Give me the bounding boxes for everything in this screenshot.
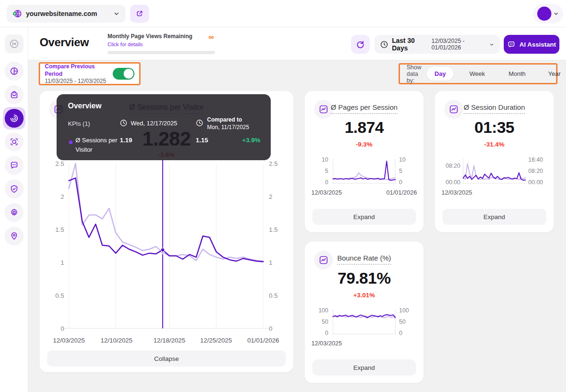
sessions-per-visitor-chart[interactable]: 2.52.5221.51.5110.50.500 (40, 157, 293, 335)
granularity-year[interactable]: Year (541, 67, 566, 81)
svg-text:1: 1 (269, 259, 273, 266)
y-tick: 0 (313, 330, 328, 336)
external-link-icon (135, 9, 144, 18)
top-bar: yourwebsitename.com (0, 0, 566, 27)
sidebar-item-session-recordings[interactable] (5, 132, 24, 151)
quota-title: Monthly Page Views Remaining (108, 33, 216, 40)
y-tick: 0 (399, 330, 402, 336)
card-title: Ø Session Duration (435, 103, 554, 112)
website-favicon-icon (12, 9, 22, 18)
ai-assistant-label: AI Assistant (519, 41, 556, 48)
session-duration-change: -31.4% (435, 141, 554, 148)
x-tick: 12/18/2025 (143, 337, 195, 344)
quota-block: Monthly Page Views Remaining Click for d… (108, 33, 216, 54)
compare-dates: 11/03/2025 - 12/03/2025 (45, 78, 108, 84)
tooltip-compared-label: Compared to (207, 116, 242, 123)
svg-text:2.5: 2.5 (269, 160, 278, 167)
tooltip-delta: +3.9% (242, 137, 260, 144)
chat-bubble-icon (9, 161, 19, 170)
bounce-rate-title[interactable]: Bounce Rate (%) (337, 254, 391, 265)
svg-text:0.5: 0.5 (269, 292, 278, 299)
shopping-bag-icon (9, 90, 19, 99)
chevron-down-icon (113, 10, 120, 17)
svg-text:2: 2 (60, 193, 64, 200)
sidebar-item-ecommerce[interactable] (5, 85, 24, 104)
x-tick: 12/10/2025 (91, 337, 142, 344)
compare-previous-period-control: Compare Previous Period 11/03/2025 - 12/… (39, 62, 141, 85)
y-tick: 00:00 (443, 179, 460, 186)
ai-chat-icon (507, 40, 516, 49)
svg-text:2: 2 (269, 193, 273, 200)
tooltip-kpis-label: KPIs (1) (68, 120, 90, 127)
compare-toggle[interactable] (113, 68, 134, 80)
expand-button[interactable]: Expand (312, 359, 416, 376)
sidebar-item-settings[interactable] (5, 203, 24, 222)
website-selector[interactable]: yourwebsitename.com (7, 5, 125, 23)
chart-tooltip: Overview KPIs (1) Wed, 12/17/2025 Compar… (57, 94, 271, 160)
y-tick: 0 (399, 179, 402, 186)
quota-details-link[interactable]: Click for details (108, 41, 143, 47)
sidebar-item-feedback[interactable] (5, 156, 24, 175)
bounce-rate-card: Bounce Rate (%) 79.81% +3.01% 100 50 0 1… (305, 242, 424, 383)
gear-icon (9, 208, 19, 217)
x-tick: 12/25/2025 (190, 337, 242, 344)
svg-text:2.5: 2.5 (55, 160, 64, 167)
svg-text:0.5: 0.5 (55, 292, 64, 299)
granularity-week[interactable]: Week (462, 67, 492, 81)
svg-text:1: 1 (60, 259, 64, 266)
y-tick: 10 (316, 156, 328, 163)
sidebar-nav (0, 27, 28, 392)
user-menu[interactable] (533, 4, 563, 24)
x-tick: 12/03/2025 (311, 189, 342, 196)
sidebar-item-dashboard[interactable] (5, 62, 24, 81)
refresh-button[interactable] (351, 35, 370, 54)
svg-text:0: 0 (60, 325, 64, 332)
granularity-month[interactable]: Month (501, 67, 533, 81)
pages-per-session-title[interactable]: Ø Pages per Session (331, 103, 398, 114)
show-data-by-control: Show data by: Day Week Month Year (399, 63, 558, 84)
bounce-rate-change: +3.01% (305, 292, 424, 299)
tooltip-previous-date: Mon, 11/17/2025 (207, 124, 249, 131)
collapse-button[interactable]: Collapse (47, 351, 286, 367)
chevron-down-icon (489, 42, 494, 47)
compare-label: Compare Previous Period (45, 63, 108, 78)
refresh-icon (356, 40, 365, 49)
session-duration-title[interactable]: Ø Session Duration (464, 103, 525, 114)
open-website-button[interactable] (130, 5, 149, 23)
y-tick: 100 (399, 307, 409, 314)
expand-button[interactable]: Expand (442, 209, 546, 225)
tooltip-compared-dates: Compared to Mon, 11/17/2025 (207, 116, 249, 131)
x-tick: 01/01/2026 (237, 337, 289, 344)
session-duration-card: Ø Session Duration 01:35 -31.4% 08:20 00… (435, 91, 554, 232)
page-title: Overview (40, 36, 89, 49)
y-tick: 50 (313, 318, 328, 325)
sidebar-item-privacy[interactable] (5, 180, 24, 198)
sidebar-collapse-button[interactable] (5, 34, 24, 53)
web-analytics-active-indicator (5, 109, 24, 128)
y-tick: 16:40 (528, 156, 543, 163)
pages-per-session-card: Ø Pages per Session 1.874 -9.3% 10 5 0 1… (305, 91, 424, 232)
shield-check-icon (9, 184, 19, 194)
map-pin-icon (9, 231, 19, 241)
pie-chart-icon (9, 66, 19, 76)
focus-record-icon (9, 137, 19, 147)
svg-text:0: 0 (269, 325, 273, 332)
sidebar-item-web-analytics[interactable] (3, 107, 25, 130)
pages-per-session-sparkline (332, 159, 396, 186)
arrow-right-circle-icon (9, 39, 19, 49)
pages-per-session-value: 1.874 (305, 118, 424, 137)
show-data-by-label: Show data by: (407, 64, 421, 84)
range-label: Last 30 Days (392, 37, 426, 52)
ai-assistant-button[interactable]: AI Assistant (504, 35, 559, 54)
granularity-day[interactable]: Day (427, 67, 453, 81)
avatar (537, 7, 551, 21)
date-range-selector[interactable]: Last 30 Days 12/03/2025 - 01/01/2026 (375, 35, 500, 54)
session-duration-sparkline (462, 159, 526, 186)
y-tick: 08:20 (443, 163, 460, 169)
toggle-knob (124, 69, 133, 79)
expand-button[interactable]: Expand (312, 209, 416, 225)
y-tick: 5 (399, 168, 402, 174)
card-title: Ø Pages per Session (305, 103, 424, 112)
sidebar-item-location[interactable] (5, 227, 24, 245)
page-header: Overview Monthly Page Views Remaining Cl… (28, 27, 566, 60)
